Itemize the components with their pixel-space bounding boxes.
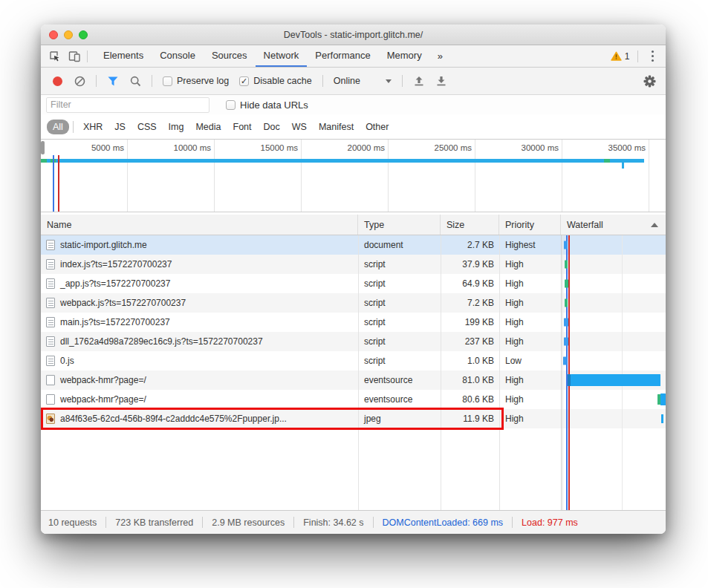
waterfall-bar xyxy=(565,261,568,269)
request-name: _app.js?ts=1572270700237 xyxy=(60,278,170,289)
inspect-element-icon[interactable] xyxy=(45,47,65,66)
hide-data-urls-label: Hide data URLs xyxy=(240,99,308,111)
type-filter-img[interactable]: Img xyxy=(163,120,190,134)
resource-icon xyxy=(46,278,55,289)
request-priority: High xyxy=(499,336,561,347)
header-name[interactable]: Name xyxy=(41,215,358,235)
preserve-log-checkbox[interactable]: Preserve log xyxy=(160,76,232,86)
tab-network[interactable]: Network xyxy=(256,45,308,67)
table-row[interactable]: _app.js?ts=1572270700237 script 64.9 KB … xyxy=(41,274,666,293)
transferred-size: 723 KB transferred xyxy=(115,517,193,528)
tab-memory[interactable]: Memory xyxy=(379,45,430,67)
request-priority: High xyxy=(499,394,561,405)
filter-toggle-button[interactable] xyxy=(104,72,122,90)
record-button[interactable] xyxy=(48,72,66,90)
request-name: webpack-hmr?page=/ xyxy=(60,394,146,405)
type-filter-ws[interactable]: WS xyxy=(286,120,313,134)
resource-icon xyxy=(46,259,55,270)
clear-button[interactable] xyxy=(71,72,88,90)
tab-performance[interactable]: Performance xyxy=(307,45,378,67)
request-priority: High xyxy=(499,298,561,308)
throttling-dropdown[interactable]: Online xyxy=(331,76,394,86)
waterfall-bar xyxy=(571,374,660,386)
waterfall-bar xyxy=(563,357,567,365)
divider xyxy=(373,517,374,528)
waterfall-bar xyxy=(565,299,568,307)
timeline-overview[interactable]: 5000 ms 10000 ms 15000 ms 20000 ms 25000… xyxy=(41,140,666,212)
request-priority: High xyxy=(499,414,561,424)
request-name: a84f63e5-62cd-456b-89f4-c2adddc4e575%2Fp… xyxy=(60,414,287,424)
request-type: script xyxy=(358,259,441,270)
table-row[interactable]: webpack-hmr?page=/ eventsource 81.0 KB H… xyxy=(41,370,666,390)
device-toolbar-icon[interactable] xyxy=(65,47,84,66)
tab-elements[interactable]: Elements xyxy=(95,45,152,67)
export-har-button[interactable] xyxy=(432,72,450,90)
type-filter-xhr[interactable]: XHR xyxy=(77,120,108,134)
type-filter-all[interactable]: All xyxy=(47,120,69,134)
more-tabs-button[interactable]: » xyxy=(430,45,450,67)
timeline-tick: 20000 ms xyxy=(302,140,389,212)
overview-resize-handle[interactable] xyxy=(41,141,45,154)
tab-console[interactable]: Console xyxy=(152,45,204,67)
waterfall-bar xyxy=(565,280,568,288)
waterfall-cell xyxy=(561,390,666,409)
import-har-button[interactable] xyxy=(410,72,428,90)
funnel-icon xyxy=(108,76,118,86)
header-type[interactable]: Type xyxy=(358,215,441,235)
tab-sources[interactable]: Sources xyxy=(204,45,256,67)
tabbar-right: 1 xyxy=(611,48,661,65)
waterfall-cell xyxy=(561,332,666,351)
overview-green-segment xyxy=(41,159,47,163)
request-size: 64.9 KB xyxy=(441,278,499,289)
request-type: script xyxy=(358,298,441,308)
request-name: index.js?ts=1572270700237 xyxy=(60,259,172,270)
type-filter-css[interactable]: CSS xyxy=(131,120,163,134)
overview-tick xyxy=(622,163,624,169)
request-count: 10 requests xyxy=(48,517,97,528)
request-type: script xyxy=(358,317,441,327)
divider xyxy=(322,75,323,87)
sort-ascending-icon xyxy=(651,223,658,227)
table-row[interactable]: 0.js script 1.0 KB Low xyxy=(41,351,666,370)
type-filter-manifest[interactable]: Manifest xyxy=(313,120,360,134)
table-row[interactable]: dll_1762a4d98a7289ec16c9.js?ts=157227070… xyxy=(41,332,666,351)
issues-warning-badge[interactable]: 1 xyxy=(611,51,630,62)
resources-size: 2.9 MB resources xyxy=(212,517,285,528)
type-filter-doc[interactable]: Doc xyxy=(258,120,286,134)
request-size: 80.6 KB xyxy=(441,394,499,405)
panel-tabs: Elements Console Sources Network Perform… xyxy=(95,45,450,67)
settings-button[interactable] xyxy=(640,72,658,90)
table-row[interactable]: webpack.js?ts=1572270700237 script 7.2 K… xyxy=(41,293,666,313)
type-filter-other[interactable]: Other xyxy=(360,120,394,134)
type-filter-font[interactable]: Font xyxy=(227,120,258,134)
request-priority: High xyxy=(499,375,561,385)
table-row[interactable]: main.js?ts=1572270700237 script 199 KB H… xyxy=(41,313,666,332)
timeline-tick: 25000 ms xyxy=(389,140,475,212)
header-priority[interactable]: Priority xyxy=(499,215,561,235)
divider xyxy=(152,75,152,87)
hide-data-urls-checkbox[interactable]: Hide data URLs xyxy=(223,99,311,111)
kebab-menu-icon[interactable] xyxy=(646,48,660,65)
request-type: eventsource xyxy=(358,394,441,405)
request-priority: Low xyxy=(499,356,561,366)
request-name: 0.js xyxy=(60,356,74,366)
waterfall-cell xyxy=(561,409,666,428)
header-waterfall[interactable]: Waterfall xyxy=(561,215,666,235)
type-filter-js[interactable]: JS xyxy=(108,120,131,134)
warning-icon xyxy=(611,51,622,61)
overview-green-segment xyxy=(604,159,610,163)
table-row[interactable]: a84f63e5-62cd-456b-89f4-c2adddc4e575%2Fp… xyxy=(41,409,666,428)
waterfall-cell xyxy=(561,370,666,390)
table-row[interactable]: index.js?ts=1572270700237 script 37.9 KB… xyxy=(41,255,666,274)
dom-content-loaded-time: DOMContentLoaded: 669 ms xyxy=(383,517,504,528)
table-row[interactable]: static-import.glitch.me document 2.7 KB … xyxy=(41,235,666,255)
header-size[interactable]: Size xyxy=(441,215,499,235)
type-filter-media[interactable]: Media xyxy=(189,120,227,134)
request-size: 1.0 KB xyxy=(441,356,499,366)
divider xyxy=(87,50,88,62)
divider xyxy=(73,121,74,133)
search-button[interactable] xyxy=(126,72,144,90)
table-row[interactable]: webpack-hmr?page=/ eventsource 80.6 KB H… xyxy=(41,390,666,409)
disable-cache-checkbox[interactable]: ✓ Disable cache xyxy=(236,76,315,86)
filter-input[interactable] xyxy=(46,97,210,113)
